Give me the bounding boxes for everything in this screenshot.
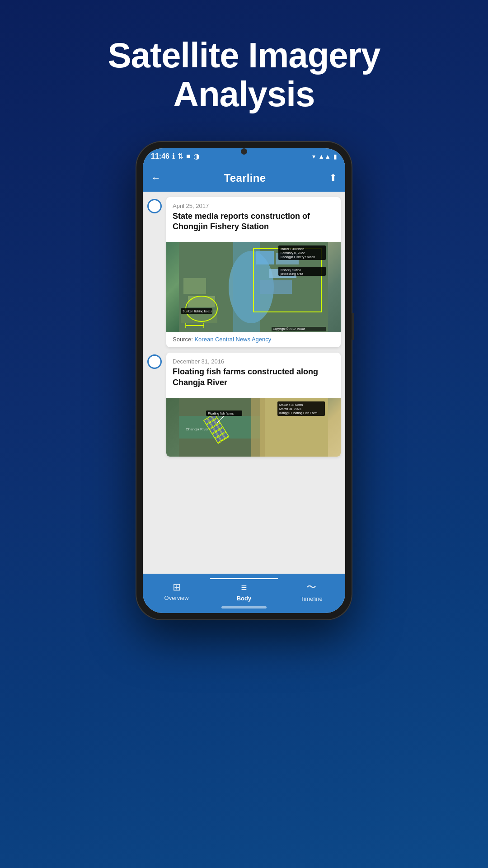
phone-mockup: 11:46 ℹ ⇅ ■ ◑ ▾ ▲▲ ▮ ← Tearline ⬆ — [136, 141, 352, 620]
home-bar — [221, 606, 267, 609]
nav-overview[interactable]: ⊞ Overview — [143, 579, 210, 601]
phone-side-button — [352, 313, 354, 340]
app-title: Tearline — [224, 172, 266, 184]
app-bar: ← Tearline ⬆ — [143, 165, 345, 192]
status-icon-alarm: ◑ — [193, 152, 200, 160]
scroll-content: April 25, 2017 State media reports const… — [143, 192, 345, 574]
card-1[interactable]: April 25, 2017 State media reports const… — [166, 197, 341, 348]
svg-text:February 6, 2022: February 6, 2022 — [281, 251, 305, 255]
timeline-label: Timeline — [300, 595, 323, 602]
phone-screen: 11:46 ℹ ⇅ ■ ◑ ▾ ▲▲ ▮ ← Tearline ⬆ — [143, 148, 345, 613]
svg-rect-6 — [260, 280, 292, 294]
svg-text:March 31, 2023: March 31, 2023 — [279, 407, 301, 410]
timeline-icon: 〜 — [306, 580, 316, 594]
bottom-nav: ⊞ Overview ≡ Body 〜 Timeline — [143, 574, 345, 606]
battery-icon: ▮ — [333, 153, 337, 160]
timeline-dot-2 — [147, 354, 162, 369]
timeline-dot-1 — [147, 199, 162, 213]
share-button[interactable]: ⬆ — [329, 172, 337, 184]
home-indicator — [143, 606, 345, 613]
svg-text:processing area: processing area — [281, 272, 303, 276]
svg-text:Copyright © 2022 Maxar: Copyright © 2022 Maxar — [273, 327, 305, 331]
overview-label: Overview — [164, 594, 189, 601]
card-2-title: Floating fish farms constructed along Ch… — [173, 367, 334, 388]
body-icon: ≡ — [241, 582, 247, 594]
satellite-image-2: Floating fish farms Changja River Maxar … — [166, 398, 341, 457]
status-time: 11:46 — [151, 152, 169, 160]
svg-text:Kanggu Floating Fish Farm: Kanggu Floating Fish Farm — [279, 411, 318, 415]
svg-text:Chongjin Fishery Station: Chongjin Fishery Station — [281, 255, 315, 259]
card-2[interactable]: December 31, 2016 Floating fish farms co… — [166, 353, 341, 457]
card-1-source: Source: Korean Central News Agency — [166, 332, 341, 347]
back-button[interactable]: ← — [151, 172, 161, 184]
timeline-item: April 25, 2017 State media reports const… — [147, 197, 341, 348]
svg-text:Fishery station: Fishery station — [281, 269, 301, 272]
nav-body[interactable]: ≡ Body — [210, 578, 277, 602]
phone-camera — [241, 148, 247, 155]
status-icon-info: ℹ — [172, 152, 175, 160]
timeline-item-2: December 31, 2016 Floating fish farms co… — [147, 353, 341, 457]
satellite-image-1: Maxar / 38 North February 6, 2022 Chongj… — [166, 242, 341, 332]
svg-text:Maxar / 38 North: Maxar / 38 North — [279, 403, 303, 406]
source-link-1[interactable]: Korean Central News Agency — [194, 336, 271, 343]
timeline-dot-col — [147, 197, 162, 213]
svg-rect-3 — [256, 251, 274, 264]
svg-text:Sunken fishing boats: Sunken fishing boats — [183, 310, 212, 313]
hero-title: Satellite Imagery Analysis — [108, 36, 380, 114]
svg-text:Changja River: Changja River — [186, 427, 209, 431]
svg-rect-7 — [183, 278, 206, 294]
svg-rect-29 — [251, 398, 265, 457]
overview-icon: ⊞ — [173, 581, 181, 593]
nav-timeline[interactable]: 〜 Timeline — [278, 578, 345, 602]
card-2-date: December 31, 2016 — [173, 358, 334, 365]
svg-text:Maxar / 38 North: Maxar / 38 North — [281, 247, 304, 250]
svg-text:Floating fish farms: Floating fish farms — [208, 412, 234, 415]
wifi-icon: ▾ — [312, 153, 315, 160]
body-label: Body — [237, 595, 252, 602]
timeline-dot-col-2 — [147, 353, 162, 369]
card-1-date: April 25, 2017 — [173, 203, 334, 209]
card-1-title: State media reports construction of Chon… — [173, 211, 334, 232]
svg-rect-8 — [188, 296, 215, 307]
signal-icon: ▲▲ — [318, 153, 331, 160]
status-icon-sync: ⇅ — [178, 152, 183, 160]
status-icon-sd: ■ — [186, 152, 191, 160]
